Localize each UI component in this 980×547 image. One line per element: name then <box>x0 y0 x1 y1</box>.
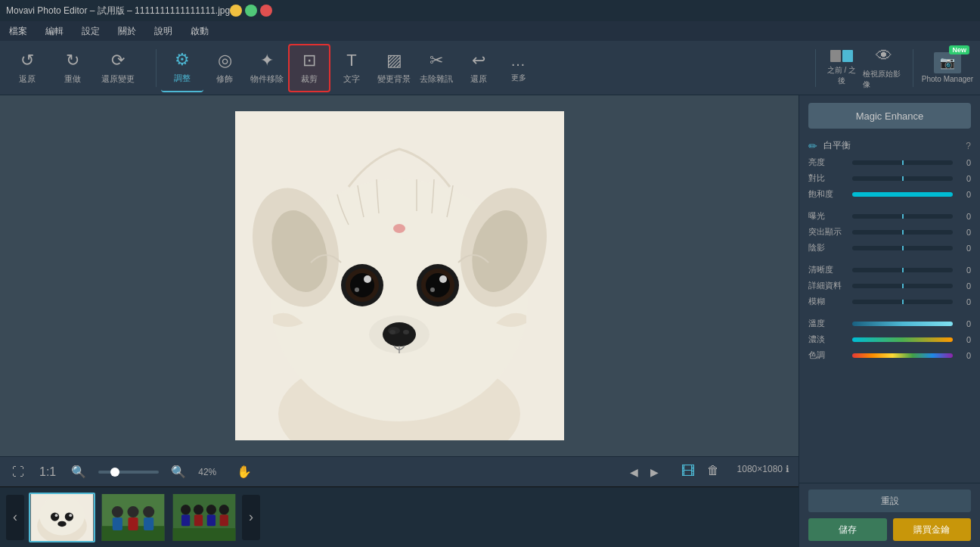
svg-point-37 <box>143 505 154 517</box>
svg-point-19 <box>383 322 416 347</box>
fullscreen-button[interactable]: ⛶ <box>9 464 27 480</box>
hue-slider[interactable] <box>852 353 953 358</box>
minimize-button[interactable] <box>230 5 242 17</box>
restore2-label: 還原 <box>470 73 487 85</box>
svg-point-27 <box>65 512 73 521</box>
before-after-button[interactable]: 之前 / 之後 <box>823 44 860 92</box>
crop-button[interactable]: ⊡ 裁剪 <box>288 44 330 92</box>
new-badge: New <box>949 45 969 54</box>
close-button[interactable] <box>260 5 272 17</box>
panel-bottom: 重設 <box>799 483 980 518</box>
undo-button[interactable]: ↺ 返原 <box>6 44 48 92</box>
canvas-viewport[interactable] <box>0 95 799 456</box>
zoom-level: 42% <box>198 467 225 477</box>
zoom-slider[interactable] <box>98 471 159 474</box>
buy-button[interactable]: 購買金鑰 <box>893 518 972 541</box>
help-icon[interactable]: ? <box>966 141 971 151</box>
menu-activate[interactable]: 啟動 <box>188 23 212 39</box>
details-slider[interactable] <box>852 284 953 288</box>
statusbar: ⛶ 1:1 🔍 🔍 42% ✋ ◀ ▶ 🎞 🗑 1080×1080 ℹ <box>0 456 799 486</box>
white-balance-label: 白平衡 <box>823 139 851 152</box>
group-sep-1 <box>808 204 971 210</box>
thumbnail-2[interactable] <box>100 493 166 542</box>
svg-point-15 <box>355 287 359 292</box>
remove-noise-label: 去除雜訊 <box>420 73 453 85</box>
restore2-button[interactable]: ↩ 還原 <box>457 44 500 92</box>
svg-point-17 <box>393 224 405 233</box>
magic-enhance-button[interactable]: Magic Enhance <box>808 103 971 129</box>
clarity-slider[interactable] <box>852 268 953 272</box>
filmstrip-icon[interactable]: 🎞 <box>681 464 695 480</box>
svg-point-22 <box>403 330 409 334</box>
change-bg-icon: ▨ <box>386 51 402 70</box>
remove-noise-button[interactable]: ✂ 去除雜訊 <box>415 44 457 92</box>
group-sep-3 <box>808 312 971 318</box>
zoom-in-button[interactable]: 🔍 <box>168 463 189 480</box>
pencil-icon[interactable]: ✏ <box>808 140 817 152</box>
reset-button[interactable]: 重設 <box>808 490 971 512</box>
shadows-slider[interactable] <box>852 246 953 250</box>
photo-canvas <box>235 111 564 440</box>
highlights-slider[interactable] <box>852 230 953 235</box>
panel-action-buttons: 儲存 購買金鑰 <box>799 518 980 547</box>
adj-saturation: 飽和度 0 <box>808 188 971 200</box>
tint-slider[interactable] <box>852 337 953 342</box>
canvas-area: ⛶ 1:1 🔍 🔍 42% ✋ ◀ ▶ 🎞 🗑 1080×1080 ℹ <box>0 95 799 547</box>
next-image-button[interactable]: ▶ <box>646 464 663 480</box>
dog-photo-svg <box>235 111 564 440</box>
brightness-slider[interactable] <box>852 160 953 165</box>
adjust-button[interactable]: ⚙ 調整 <box>161 44 203 92</box>
adj-exposure: 曝光 0 <box>808 210 971 222</box>
crop-label: 裁剪 <box>301 73 318 85</box>
thumb-next-button[interactable]: › <box>242 495 260 540</box>
svg-point-47 <box>219 505 229 514</box>
saturation-slider[interactable] <box>852 192 953 197</box>
menu-settings[interactable]: 設定 <box>79 23 103 39</box>
menu-help[interactable]: 說明 <box>151 23 175 39</box>
main-area: ⛶ 1:1 🔍 🔍 42% ✋ ◀ ▶ 🎞 🗑 1080×1080 ℹ <box>0 95 980 547</box>
retouch-label: 修飾 <box>216 73 233 85</box>
thumbnail-strip: ‹ <box>0 486 799 547</box>
object-remove-button[interactable]: ✦ 物件移除 <box>246 44 288 92</box>
preview-button[interactable]: 👁 檢視原始影像 <box>863 44 905 92</box>
blur-slider[interactable] <box>852 300 953 304</box>
adj-brightness: 亮度 0 <box>808 157 971 168</box>
restore-button[interactable]: ⟳ 還原變更 <box>97 44 139 92</box>
thumbnail-1[interactable] <box>29 493 95 542</box>
redo-label: 重做 <box>64 73 81 85</box>
pan-tool-button[interactable]: ✋ <box>234 463 255 480</box>
change-bg-button[interactable]: ▨ 變更背景 <box>373 44 415 92</box>
info-icon[interactable]: ℹ <box>786 464 789 480</box>
restore-icon: ⟳ <box>111 51 125 70</box>
redo-button[interactable]: ↻ 重做 <box>51 44 94 92</box>
undo-icon: ↺ <box>20 51 34 70</box>
retouch-button[interactable]: ◎ 修飾 <box>203 44 246 92</box>
text-button[interactable]: T 文字 <box>330 44 373 92</box>
svg-rect-40 <box>173 528 236 541</box>
prev-image-button[interactable]: ◀ <box>625 464 643 480</box>
photo-manager-button[interactable]: New 📷 Photo Manager <box>921 44 974 92</box>
retouch-icon: ◎ <box>218 51 232 70</box>
menu-edit[interactable]: 編輯 <box>42 23 67 39</box>
zoom-1to1-button[interactable]: 1:1 <box>36 464 59 480</box>
delete-icon[interactable]: 🗑 <box>707 464 719 480</box>
maximize-button[interactable] <box>245 5 257 17</box>
contrast-slider[interactable] <box>852 176 953 181</box>
change-bg-label: 變更背景 <box>377 73 411 85</box>
eye-icon: 👁 <box>876 46 892 66</box>
divider-3 <box>913 49 913 87</box>
menu-file[interactable]: 檔案 <box>6 23 30 39</box>
temperature-slider[interactable] <box>852 322 953 326</box>
adj-hue: 色調 0 <box>808 350 971 361</box>
exposure-slider[interactable] <box>852 214 953 219</box>
save-button[interactable]: 儲存 <box>808 518 887 541</box>
menu-about[interactable]: 關於 <box>115 23 139 39</box>
zoom-thumb[interactable] <box>110 468 119 477</box>
svg-point-12 <box>426 273 450 297</box>
thumb-prev-button[interactable]: ‹ <box>6 495 24 540</box>
thumbnail-3[interactable] <box>171 493 237 542</box>
adj-temperature: 溫度 0 <box>808 318 971 329</box>
zoom-out-button[interactable]: 🔍 <box>68 463 89 480</box>
adj-tint: 濃淡 0 <box>808 334 971 345</box>
more-button[interactable]: … 更多 <box>500 44 538 92</box>
